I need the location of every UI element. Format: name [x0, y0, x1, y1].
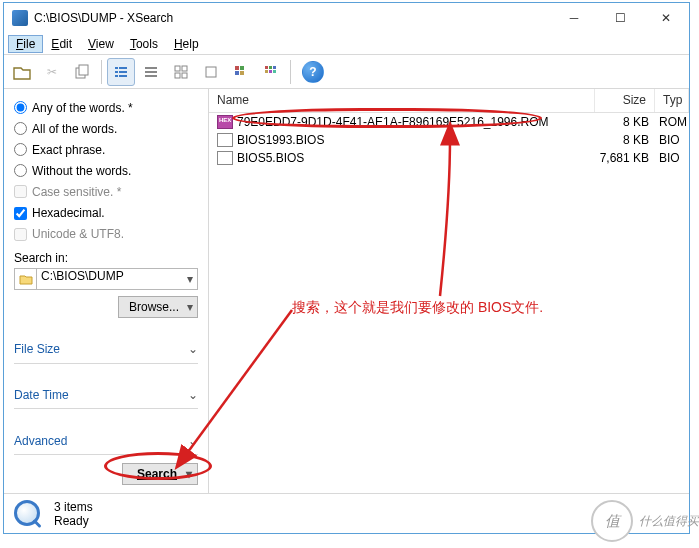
svg-rect-16	[235, 66, 239, 70]
radio-exact-phrase[interactable]: Exact phrase.	[14, 139, 198, 160]
radio-any-label: Any of the words. *	[32, 101, 133, 115]
list-item[interactable]: 79E0EDD7-9D1D-4F41-AE1A-F896169E5216_199…	[209, 113, 689, 131]
radio-all-label: All of the words.	[32, 122, 117, 136]
chevron-down-icon: ⌄	[188, 388, 198, 402]
watermark-icon: 值	[591, 500, 633, 542]
radio-all-words[interactable]: All of the words.	[14, 118, 198, 139]
column-size[interactable]: Size	[595, 89, 655, 112]
svg-rect-12	[182, 66, 187, 71]
search-path-row: C:\BIOS\DUMP	[14, 268, 198, 290]
chevron-down-icon: ⌄	[188, 434, 198, 448]
app-icon	[12, 10, 28, 26]
view-list-icon[interactable]	[137, 58, 165, 86]
folder-icon	[14, 268, 36, 290]
file-name: 79E0EDD7-9D1D-4F41-AE1A-F896169E5216_199…	[237, 115, 595, 129]
check-case-label: Case sensitive. *	[32, 185, 121, 199]
toolbar-open-icon[interactable]	[8, 58, 36, 86]
minimize-button[interactable]: ─	[551, 3, 597, 33]
search-path-select[interactable]: C:\BIOS\DUMP	[36, 268, 198, 290]
radio-exact-input[interactable]	[14, 143, 27, 156]
toolbar-separator-2	[290, 60, 291, 84]
file-name: BIOS5.BIOS	[237, 151, 595, 165]
menu-help[interactable]: Help	[166, 35, 207, 53]
app-window: C:\BIOS\DUMP - XSearch ─ ☐ ✕ File Edit V…	[3, 2, 690, 534]
column-type[interactable]: Typ	[655, 89, 689, 112]
window-controls: ─ ☐ ✕	[551, 3, 689, 33]
search-button-label: Search	[137, 467, 177, 481]
titlebar[interactable]: C:\BIOS\DUMP - XSearch ─ ☐ ✕	[4, 3, 689, 33]
check-unicode[interactable]: Unicode & UTF8.	[14, 224, 198, 245]
svg-rect-4	[115, 71, 118, 73]
view-thumbnails-icon[interactable]	[257, 58, 285, 86]
svg-rect-9	[145, 71, 157, 73]
window-title: C:\BIOS\DUMP - XSearch	[34, 11, 551, 25]
list-item[interactable]: BIOS5.BIOS 7,681 KB BIO	[209, 149, 689, 167]
check-case-sensitive[interactable]: Case sensitive. *	[14, 181, 198, 202]
list-header: Name Size Typ	[209, 89, 689, 113]
radio-without-words[interactable]: Without the words.	[14, 160, 198, 181]
section-advanced[interactable]: Advanced⌄	[14, 427, 198, 454]
section-file-size[interactable]: File Size⌄	[14, 336, 198, 363]
maximize-button[interactable]: ☐	[597, 3, 643, 33]
svg-rect-1	[79, 65, 88, 75]
status-text: 3 items Ready	[54, 500, 93, 528]
column-name[interactable]: Name	[209, 89, 595, 112]
menu-tools[interactable]: Tools	[122, 35, 166, 53]
section-advanced-label: Advanced	[14, 434, 67, 448]
svg-rect-14	[182, 73, 187, 78]
check-case-input	[14, 185, 27, 198]
file-size: 8 KB	[595, 133, 655, 147]
svg-rect-19	[240, 71, 244, 75]
search-sidebar: Any of the words. * All of the words. Ex…	[4, 89, 209, 493]
svg-rect-13	[175, 73, 180, 78]
radio-all-input[interactable]	[14, 122, 27, 135]
statusbar: 3 items Ready	[4, 493, 689, 533]
radio-without-input[interactable]	[14, 164, 27, 177]
view-small-icons-icon[interactable]	[167, 58, 195, 86]
radio-any-input[interactable]	[14, 101, 27, 114]
check-unicode-label: Unicode & UTF8.	[32, 227, 124, 241]
svg-rect-18	[235, 71, 239, 75]
search-button[interactable]: Search	[122, 463, 198, 485]
check-hexadecimal[interactable]: Hexadecimal.	[14, 202, 198, 223]
browse-button[interactable]: Browse...	[118, 296, 198, 318]
radio-exact-label: Exact phrase.	[32, 143, 105, 157]
help-icon[interactable]: ?	[302, 61, 324, 83]
svg-rect-23	[265, 70, 268, 73]
magnifier-icon	[12, 498, 44, 530]
toolbar-tools-icon[interactable]: ✂	[38, 58, 66, 86]
view-tiles-icon[interactable]	[227, 58, 255, 86]
svg-rect-8	[145, 67, 157, 69]
menu-view[interactable]: View	[80, 35, 122, 53]
svg-rect-22	[273, 66, 276, 69]
toolbar-copy-icon[interactable]	[68, 58, 96, 86]
file-hex-icon	[217, 115, 233, 129]
svg-rect-21	[269, 66, 272, 69]
search-in-label: Search in:	[14, 251, 198, 265]
view-details-icon[interactable]	[107, 58, 135, 86]
list-item[interactable]: BIOS1993.BIOS 8 KB BIO	[209, 131, 689, 149]
svg-rect-11	[175, 66, 180, 71]
svg-rect-6	[115, 75, 118, 77]
menu-file[interactable]: File	[8, 35, 43, 53]
svg-rect-10	[145, 75, 157, 77]
radio-any-words[interactable]: Any of the words. *	[14, 97, 198, 118]
section-file-size-label: File Size	[14, 342, 60, 356]
svg-rect-17	[240, 66, 244, 70]
chevron-down-icon: ⌄	[188, 342, 198, 356]
search-path-value: C:\BIOS\DUMP	[41, 269, 124, 283]
close-button[interactable]: ✕	[643, 3, 689, 33]
section-date-time-label: Date Time	[14, 388, 69, 402]
svg-rect-3	[119, 67, 127, 69]
view-large-icons-icon[interactable]	[197, 58, 225, 86]
check-unicode-input	[14, 228, 27, 241]
content-area: Any of the words. * All of the words. Ex…	[4, 89, 689, 493]
svg-rect-20	[265, 66, 268, 69]
list-body[interactable]: 79E0EDD7-9D1D-4F41-AE1A-F896169E5216_199…	[209, 113, 689, 493]
svg-rect-2	[115, 67, 118, 69]
section-date-time[interactable]: Date Time⌄	[14, 381, 198, 408]
file-type: BIO	[655, 133, 689, 147]
file-icon	[217, 133, 233, 147]
menu-edit[interactable]: Edit	[43, 35, 80, 53]
check-hex-input[interactable]	[14, 207, 27, 220]
